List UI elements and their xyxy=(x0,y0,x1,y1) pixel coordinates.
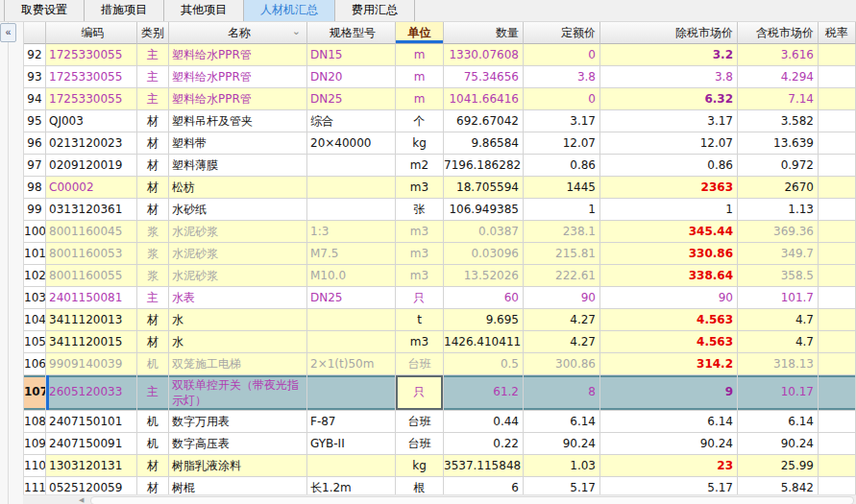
cell-market[interactable]: 6.14 xyxy=(600,411,738,433)
cell-tax[interactable]: 0.972 xyxy=(738,155,819,177)
cell-tax[interactable]: 2670 xyxy=(738,177,819,199)
cell-market[interactable]: 345.44 xyxy=(600,221,738,243)
collapse-panel-button[interactable]: « xyxy=(0,23,16,42)
row-number[interactable]: 101 xyxy=(24,243,46,265)
table-row[interactable]: 1032401150081主水表DN25只609090101.7 xyxy=(24,287,856,309)
table-row[interactable]: 1043411120013材水t9.6954.274.5634.7 xyxy=(24,309,856,331)
cell-tax[interactable]: 369.36 xyxy=(738,221,819,243)
cell-unit[interactable]: t xyxy=(396,309,444,331)
cell-cat[interactable]: 材 xyxy=(137,155,169,177)
cell-qty[interactable]: 9.695 xyxy=(444,309,524,331)
tab-2[interactable]: 措施项目 xyxy=(85,0,164,21)
cell-market[interactable]: 3.8 xyxy=(600,66,738,88)
cell-cat[interactable]: 材 xyxy=(137,199,169,221)
cell-price[interactable]: 1 xyxy=(524,199,600,221)
cell-unit[interactable]: kg xyxy=(396,132,444,155)
cell-code[interactable]: 1725330055 xyxy=(46,66,137,88)
cell-tax[interactable]: 10.17 xyxy=(738,375,819,411)
table-row[interactable]: 1053411120015材水m31426.4104114.274.5634.7 xyxy=(24,331,856,353)
cell-qty[interactable]: 692.67042 xyxy=(444,110,524,132)
table-row[interactable]: 1072605120033主双联单控开关（带夜光指示灯）只61.28910.17 xyxy=(24,375,856,411)
cell-name[interactable]: 塑料给水PPR管 xyxy=(169,88,307,110)
column-header-price[interactable]: 定额价 xyxy=(524,22,600,44)
scrollbar-thumb[interactable] xyxy=(90,496,854,504)
cell-unit[interactable]: m3 xyxy=(396,177,444,199)
cell-unit[interactable]: m xyxy=(396,66,444,88)
tab-4[interactable]: 人材机汇总 xyxy=(244,0,335,21)
cell-cat[interactable]: 浆 xyxy=(137,243,169,265)
cell-market[interactable]: 4.563 xyxy=(600,331,738,353)
cell-tax[interactable]: 6.14 xyxy=(738,411,819,433)
cell-unit[interactable]: m3 xyxy=(396,331,444,353)
cell-rate[interactable] xyxy=(819,353,856,375)
cell-qty[interactable]: 13.52026 xyxy=(444,265,524,287)
cell-price[interactable]: 0 xyxy=(524,44,600,66)
cell-tax[interactable]: 4.7 xyxy=(738,309,819,331)
cell-cat[interactable]: 主 xyxy=(137,375,169,411)
cell-market[interactable]: 12.07 xyxy=(600,132,738,155)
row-number[interactable]: 94 xyxy=(24,88,46,110)
cell-code[interactable]: 1303120131 xyxy=(46,455,137,477)
cell-tax[interactable]: 3.582 xyxy=(738,110,819,132)
cell-qty[interactable]: 1330.07608 xyxy=(444,44,524,66)
cell-unit[interactable]: m xyxy=(396,88,444,110)
cell-name[interactable]: 树脂乳液涂料 xyxy=(169,455,307,477)
cell-qty[interactable]: 9.86584 xyxy=(444,132,524,155)
cell-rate[interactable] xyxy=(819,243,856,265)
cell-unit[interactable]: 台班 xyxy=(396,411,444,433)
table-row[interactable]: 1069909140039机双笼施工电梯2×1(t)50m台班0.5300.86… xyxy=(24,353,856,375)
row-number[interactable]: 109 xyxy=(24,433,46,455)
cell-name[interactable]: 水泥砂浆 xyxy=(169,243,307,265)
column-header-rate[interactable]: 税率 xyxy=(819,22,856,44)
cell-tax[interactable]: 13.639 xyxy=(738,132,819,155)
cell-tax[interactable]: 1.13 xyxy=(738,199,819,221)
cell-price[interactable]: 3.17 xyxy=(524,110,600,132)
cell-market[interactable]: 2363 xyxy=(600,177,738,199)
cell-code[interactable]: 0209120019 xyxy=(46,155,137,177)
cell-cat[interactable]: 机 xyxy=(137,433,169,455)
column-header-num[interactable] xyxy=(24,22,46,44)
cell-code[interactable]: 1725330055 xyxy=(46,44,137,66)
cell-market[interactable]: 90.24 xyxy=(600,433,738,455)
cell-spec[interactable]: 20×40000 xyxy=(307,132,396,155)
row-number[interactable]: 106 xyxy=(24,353,46,375)
cell-qty[interactable]: 0.5 xyxy=(444,353,524,375)
cell-tax[interactable]: 25.99 xyxy=(738,455,819,477)
scroll-left-icon[interactable]: ◀ xyxy=(79,496,84,504)
cell-market[interactable]: 4.563 xyxy=(600,309,738,331)
cell-rate[interactable] xyxy=(819,44,856,66)
cell-price[interactable]: 12.07 xyxy=(524,132,600,155)
cell-rate[interactable] xyxy=(819,375,856,411)
row-number[interactable]: 93 xyxy=(24,66,46,88)
column-header-spec[interactable]: 规格型号 xyxy=(307,22,396,44)
cell-spec[interactable] xyxy=(307,455,396,477)
cell-rate[interactable] xyxy=(819,265,856,287)
cell-price[interactable]: 1.03 xyxy=(524,455,600,477)
cell-tax[interactable]: 358.5 xyxy=(738,265,819,287)
cell-qty[interactable]: 106.949385 xyxy=(444,199,524,221)
cell-market[interactable]: 3.17 xyxy=(600,110,738,132)
tab-1[interactable]: 取费设置 xyxy=(4,0,85,21)
cell-rate[interactable] xyxy=(819,221,856,243)
cell-cat[interactable]: 机 xyxy=(137,353,169,375)
cell-qty[interactable]: 75.34656 xyxy=(444,66,524,88)
cell-unit[interactable]: m3 xyxy=(396,243,444,265)
table-row[interactable]: 931725330055主塑料给水PPR管DN20m75.346563.83.8… xyxy=(24,66,856,88)
cell-unit[interactable]: 台班 xyxy=(396,353,444,375)
cell-code[interactable]: 8001160055 xyxy=(46,265,137,287)
cell-unit[interactable]: m3 xyxy=(396,221,444,243)
cell-unit[interactable]: 台班 xyxy=(396,433,444,455)
cell-unit[interactable]: m2 xyxy=(396,155,444,177)
cell-code[interactable]: C00002 xyxy=(46,177,137,199)
cell-code[interactable]: 3411120013 xyxy=(46,309,137,331)
cell-cat[interactable]: 材 xyxy=(137,331,169,353)
cell-qty[interactable]: 18.705594 xyxy=(444,177,524,199)
cell-name[interactable]: 塑料给水PPR管 xyxy=(169,66,307,88)
cell-cat[interactable]: 主 xyxy=(137,66,169,88)
cell-spec[interactable] xyxy=(307,155,396,177)
cell-name[interactable]: 水 xyxy=(169,309,307,331)
chevron-down-icon[interactable]: ⌄ xyxy=(292,22,301,42)
cell-tax[interactable]: 318.13 xyxy=(738,353,819,375)
cell-spec[interactable] xyxy=(307,199,396,221)
cell-market[interactable]: 6.32 xyxy=(600,88,738,110)
